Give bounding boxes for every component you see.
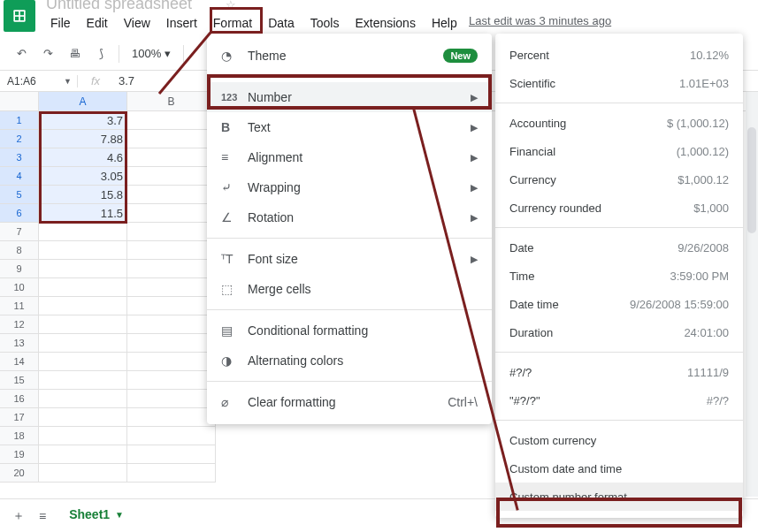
star-icon[interactable]: ☆ bbox=[226, 0, 236, 11]
cell-B10[interactable] bbox=[127, 278, 216, 297]
row-header-20[interactable]: 20 bbox=[0, 464, 39, 483]
menu-insert[interactable]: Insert bbox=[158, 12, 205, 34]
menu-view[interactable]: View bbox=[116, 12, 158, 34]
row-header-17[interactable]: 17 bbox=[0, 408, 39, 427]
cell-A6[interactable]: 11.5 bbox=[39, 204, 127, 223]
numfmt-duration[interactable]: Duration24:01:00 bbox=[495, 318, 743, 346]
col-header-A[interactable]: A bbox=[39, 92, 127, 110]
cell-A16[interactable] bbox=[39, 390, 127, 408]
numfmt-fraction1[interactable]: #?/?11111/9 bbox=[495, 358, 743, 386]
format-number[interactable]: 123 Number ▶ bbox=[207, 82, 492, 112]
cell-B2[interactable] bbox=[127, 130, 216, 148]
row-header-18[interactable]: 18 bbox=[0, 427, 39, 445]
undo-icon[interactable]: ↶ bbox=[9, 42, 34, 66]
sheet-tab-1[interactable]: Sheet1▼ bbox=[60, 500, 133, 531]
menu-edit[interactable]: Edit bbox=[79, 12, 116, 34]
menu-extensions[interactable]: Extensions bbox=[347, 12, 423, 34]
format-wrapping[interactable]: ⤶ Wrapping ▶ bbox=[207, 172, 492, 202]
numfmt-scientific[interactable]: Scientific1.01E+03 bbox=[495, 69, 743, 97]
cell-B3[interactable] bbox=[127, 148, 216, 167]
row-header-6[interactable]: 6 bbox=[0, 204, 39, 223]
numfmt-currency[interactable]: Currency$1,000.12 bbox=[495, 165, 743, 194]
format-alignment[interactable]: ≡ Alignment ▶ bbox=[207, 142, 492, 172]
cell-A10[interactable] bbox=[39, 278, 127, 297]
cell-B18[interactable] bbox=[127, 427, 216, 445]
cell-B15[interactable] bbox=[127, 371, 216, 390]
numfmt-date[interactable]: Date9/26/2008 bbox=[495, 233, 743, 262]
menu-help[interactable]: Help bbox=[424, 12, 465, 34]
cell-A2[interactable]: 7.88 bbox=[39, 130, 127, 148]
numfmt-accounting[interactable]: Accounting$ (1,000.12) bbox=[495, 109, 743, 137]
cell-B13[interactable] bbox=[127, 334, 216, 353]
row-header-3[interactable]: 3 bbox=[0, 148, 39, 167]
formula-value[interactable]: 3.7 bbox=[113, 74, 134, 87]
vertical-scrollbar-thumb[interactable] bbox=[747, 127, 756, 233]
cell-B6[interactable] bbox=[127, 204, 216, 223]
cell-A15[interactable] bbox=[39, 371, 127, 390]
numfmt-custom-datetime[interactable]: Custom date and time bbox=[495, 454, 743, 483]
name-box[interactable]: A1:A6▼ bbox=[0, 75, 78, 87]
cell-B9[interactable] bbox=[127, 260, 216, 278]
cell-B1[interactable] bbox=[127, 111, 216, 130]
format-merge[interactable]: ⬚ Merge cells bbox=[207, 274, 492, 304]
col-header-B[interactable]: B bbox=[127, 92, 216, 110]
row-header-14[interactable]: 14 bbox=[0, 353, 39, 371]
cell-A5[interactable]: 15.8 bbox=[39, 186, 127, 204]
print-icon[interactable]: 🖶 bbox=[62, 42, 87, 66]
row-header-13[interactable]: 13 bbox=[0, 334, 39, 353]
doc-title[interactable]: Untitled spreadsheet bbox=[46, 0, 192, 13]
cell-A20[interactable] bbox=[39, 464, 127, 483]
row-header-9[interactable]: 9 bbox=[0, 260, 39, 278]
cell-B12[interactable] bbox=[127, 315, 216, 334]
cell-A11[interactable] bbox=[39, 297, 127, 315]
add-sheet-button[interactable]: ＋ bbox=[12, 508, 25, 524]
menu-format[interactable]: Format bbox=[205, 12, 260, 34]
row-header-7[interactable]: 7 bbox=[0, 223, 39, 241]
sheets-app-icon[interactable] bbox=[4, 0, 35, 32]
redo-icon[interactable]: ↷ bbox=[35, 42, 60, 66]
cell-B20[interactable] bbox=[127, 464, 216, 483]
row-header-4[interactable]: 4 bbox=[0, 167, 39, 186]
cell-B11[interactable] bbox=[127, 297, 216, 315]
cell-A9[interactable] bbox=[39, 260, 127, 278]
last-edit-link[interactable]: Last edit was 3 minutes ago bbox=[469, 14, 611, 27]
cell-B14[interactable] bbox=[127, 353, 216, 371]
numfmt-custom-number[interactable]: Custom number format bbox=[495, 483, 743, 511]
cell-A13[interactable] bbox=[39, 334, 127, 353]
menu-data[interactable]: Data bbox=[260, 12, 302, 34]
cell-A17[interactable] bbox=[39, 408, 127, 427]
cell-B8[interactable] bbox=[127, 241, 216, 260]
menu-tools[interactable]: Tools bbox=[302, 12, 348, 34]
menu-file[interactable]: File bbox=[42, 12, 79, 34]
cell-A18[interactable] bbox=[39, 427, 127, 445]
numfmt-currency-rounded[interactable]: Currency rounded$1,000 bbox=[495, 194, 743, 222]
format-rotation[interactable]: ∠ Rotation ▶ bbox=[207, 202, 492, 232]
cell-A3[interactable]: 4.6 bbox=[39, 148, 127, 167]
format-conditional[interactable]: ▤ Conditional formatting bbox=[207, 315, 492, 346]
numfmt-fraction2[interactable]: "#?/?"#?/? bbox=[495, 386, 743, 414]
vertical-scrollbar[interactable] bbox=[746, 92, 758, 497]
format-alternating[interactable]: ◑ Alternating colors bbox=[207, 346, 492, 376]
select-all-corner[interactable] bbox=[0, 92, 39, 110]
cell-A19[interactable] bbox=[39, 445, 127, 464]
cell-B4[interactable] bbox=[127, 167, 216, 186]
cell-A1[interactable]: 3.7 bbox=[39, 111, 127, 130]
row-header-19[interactable]: 19 bbox=[0, 445, 39, 464]
cell-A4[interactable]: 3.05 bbox=[39, 167, 127, 186]
row-header-16[interactable]: 16 bbox=[0, 390, 39, 408]
cell-A7[interactable] bbox=[39, 223, 127, 241]
numfmt-percent[interactable]: Percent10.12% bbox=[495, 41, 743, 69]
zoom-select[interactable]: 100% ▾ bbox=[125, 47, 178, 60]
cell-A12[interactable] bbox=[39, 315, 127, 334]
format-theme[interactable]: ◔ Theme New bbox=[207, 41, 492, 71]
format-clear[interactable]: ⌀ Clear formatting Ctrl+\ bbox=[207, 387, 492, 417]
numfmt-datetime[interactable]: Date time9/26/2008 15:59:00 bbox=[495, 290, 743, 318]
paint-format-icon[interactable]: ⟆ bbox=[88, 42, 113, 66]
cell-B17[interactable] bbox=[127, 408, 216, 427]
row-header-11[interactable]: 11 bbox=[0, 297, 39, 315]
numfmt-financial[interactable]: Financial(1,000.12) bbox=[495, 137, 743, 165]
row-header-15[interactable]: 15 bbox=[0, 371, 39, 390]
cell-A8[interactable] bbox=[39, 241, 127, 260]
cell-B5[interactable] bbox=[127, 186, 216, 204]
row-header-5[interactable]: 5 bbox=[0, 186, 39, 204]
